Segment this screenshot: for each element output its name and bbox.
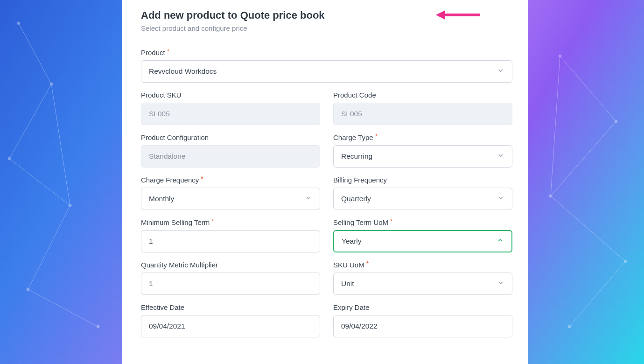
product-code-field: SL005 [333, 103, 512, 125]
product-code-value: SL005 [341, 110, 504, 118]
effective-date-label: Effective Date [141, 303, 320, 311]
sku-uom-value: Unit [341, 280, 497, 288]
svg-point-4 [27, 288, 29, 291]
product-sku-value: SL005 [149, 110, 312, 118]
effective-date-input[interactable]: 09/04/2021 [141, 315, 320, 337]
expiry-date-label: Expiry Date [333, 303, 512, 311]
required-marker: * [375, 133, 378, 140]
product-label: Product* [141, 49, 512, 56]
form-panel: Add new product to Quote price book Sele… [122, 0, 528, 364]
product-sku-field: SL005 [141, 103, 320, 125]
chevron-down-icon [497, 194, 504, 203]
callout-arrow [435, 9, 482, 21]
qty-multiplier-input[interactable]: 1 [141, 273, 320, 295]
expiry-date-value: 09/04/2022 [341, 322, 504, 330]
svg-point-16 [568, 325, 571, 328]
charge-frequency-select[interactable]: Monthly [141, 188, 320, 210]
sku-uom-select[interactable]: Unit [333, 273, 512, 295]
chevron-down-icon [305, 194, 312, 203]
svg-point-5 [97, 325, 99, 328]
svg-point-13 [615, 120, 617, 123]
svg-line-19 [551, 196, 625, 261]
charge-frequency-value: Monthly [149, 195, 305, 203]
charge-type-label: Charge Type* [333, 133, 512, 141]
svg-line-6 [19, 23, 51, 84]
selling-term-uom-value: Yearly [342, 237, 497, 245]
min-selling-term-value: 1 [149, 237, 312, 245]
svg-point-12 [559, 55, 561, 57]
form: Product* Revvcloud Workdocs Product SKU … [141, 49, 512, 337]
svg-line-7 [9, 84, 51, 159]
effective-date-value: 09/04/2021 [149, 322, 312, 330]
selling-term-uom-select[interactable]: Yearly [333, 230, 512, 252]
billing-frequency-label: Billing Frequency [333, 176, 512, 184]
svg-line-10 [28, 289, 98, 327]
svg-line-8 [9, 159, 70, 205]
svg-point-0 [17, 22, 20, 25]
expiry-date-input[interactable]: 09/04/2022 [333, 315, 512, 337]
product-code-label: Product Code [333, 91, 512, 99]
svg-line-21 [551, 56, 560, 196]
charge-frequency-label: Charge Frequency* [141, 176, 320, 184]
product-config-value: Standalone [149, 152, 312, 161]
svg-line-17 [560, 56, 616, 121]
chevron-up-icon [497, 237, 504, 246]
svg-line-11 [51, 84, 70, 205]
chevron-down-icon [497, 152, 504, 161]
required-marker: * [211, 217, 214, 225]
billing-frequency-value: Quarterly [341, 195, 497, 203]
svg-line-9 [28, 205, 70, 289]
svg-point-15 [624, 260, 627, 263]
min-selling-term-input[interactable]: 1 [141, 230, 320, 252]
chevron-down-icon [497, 279, 504, 288]
product-config-label: Product Configuration [141, 133, 320, 141]
required-marker: * [366, 260, 369, 267]
svg-marker-23 [436, 10, 445, 20]
svg-point-2 [8, 157, 11, 160]
svg-point-1 [50, 83, 53, 85]
qty-multiplier-label: Quantity Metric Multiplier [141, 261, 320, 269]
qty-multiplier-value: 1 [149, 280, 312, 288]
svg-point-14 [549, 195, 552, 197]
background: Add new product to Quote price book Sele… [0, 0, 644, 364]
required-marker: * [201, 175, 203, 182]
product-sku-label: Product SKU [141, 91, 320, 99]
min-selling-term-label: Minimum Selling Term* [141, 218, 320, 226]
page-subtitle: Select product and configure price [141, 24, 512, 32]
charge-type-value: Recurring [341, 152, 497, 161]
product-select[interactable]: Revvcloud Workdocs [141, 60, 512, 83]
billing-frequency-select[interactable]: Quarterly [333, 188, 512, 210]
chevron-down-icon [497, 67, 504, 76]
svg-line-20 [569, 261, 625, 327]
charge-type-select[interactable]: Recurring [333, 145, 512, 168]
product-value: Revvcloud Workdocs [149, 67, 497, 76]
selling-term-uom-label: Selling Term UoM* [333, 218, 512, 226]
svg-line-18 [551, 121, 616, 196]
required-marker: * [390, 217, 392, 225]
sku-uom-label: SKU UoM* [333, 261, 512, 269]
divider [141, 39, 512, 39]
required-marker: * [167, 48, 169, 55]
svg-point-3 [69, 204, 71, 207]
product-config-field: Standalone [141, 145, 320, 168]
